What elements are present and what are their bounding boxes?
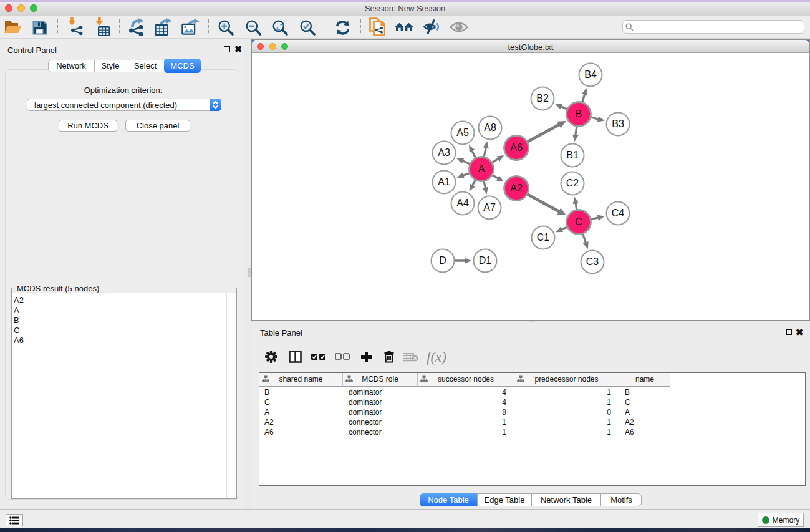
svg-text:D1: D1 bbox=[479, 255, 492, 266]
svg-text:B4: B4 bbox=[584, 69, 597, 80]
svg-text:C2: C2 bbox=[566, 178, 579, 188]
svg-text:B3: B3 bbox=[612, 118, 624, 129]
svg-text:C4: C4 bbox=[612, 208, 625, 218]
svg-text:B2: B2 bbox=[536, 93, 549, 104]
svg-text:A4: A4 bbox=[456, 198, 469, 208]
svg-text:B1: B1 bbox=[566, 150, 579, 160]
svg-text:C1: C1 bbox=[537, 232, 550, 243]
svg-text:A8: A8 bbox=[484, 122, 496, 133]
svg-text:A5: A5 bbox=[456, 127, 469, 138]
svg-text:A6: A6 bbox=[510, 142, 523, 153]
svg-text:B: B bbox=[576, 109, 582, 119]
svg-text:A3: A3 bbox=[438, 147, 450, 158]
svg-text:D: D bbox=[439, 255, 446, 266]
svg-text:C: C bbox=[575, 216, 582, 227]
svg-text:A7: A7 bbox=[483, 202, 496, 213]
svg-text:A: A bbox=[478, 163, 485, 174]
svg-text:C3: C3 bbox=[586, 256, 599, 267]
svg-text:A1: A1 bbox=[438, 177, 450, 187]
svg-text:A2: A2 bbox=[510, 183, 523, 193]
